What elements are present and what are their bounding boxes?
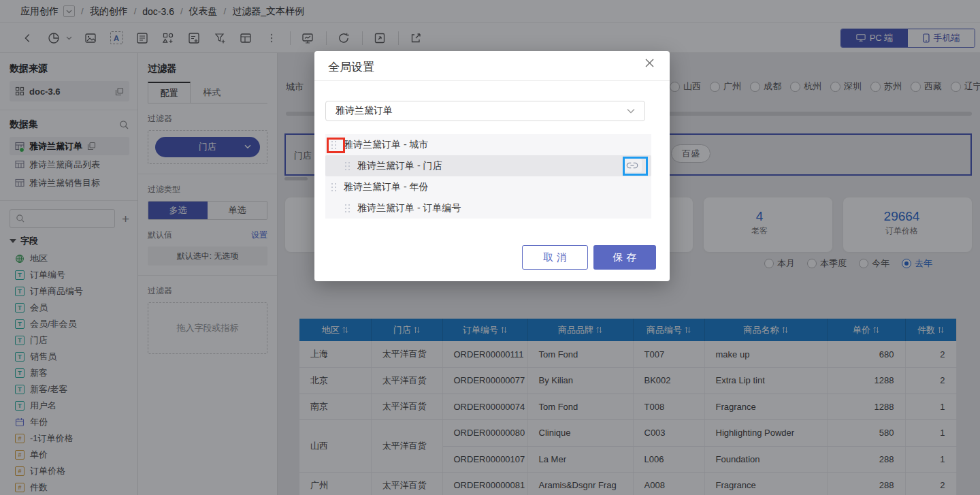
drag-handle-icon[interactable] [345,162,350,170]
annotation-red-box [327,138,345,153]
annotation-blue-box [623,157,648,176]
drag-handle-icon[interactable] [345,204,350,212]
global-settings-modal: 全局设置 雅诗兰黛订单 雅诗兰黛订单 - 城市 雅诗兰黛订单 - 门店 [314,51,670,281]
modal-title: 全局设置 [328,59,374,75]
close-icon [644,58,655,68]
app-window: 应用创作 / 我的创作 / doc-3.6 / 仪表盘 / 过滤器_文本样例 A [0,0,980,495]
close-button[interactable] [644,58,655,70]
save-button[interactable]: 保存 [593,245,656,270]
dataset-select[interactable]: 雅诗兰黛订单 [325,101,645,121]
drag-handle-icon[interactable] [331,183,337,191]
link-item-year[interactable]: 雅诗兰黛订单 - 年份 [325,176,651,197]
link-item-city[interactable]: 雅诗兰黛订单 - 城市 [325,134,651,155]
link-item-store[interactable]: 雅诗兰黛订单 - 门店 [325,155,651,176]
chevron-down-icon [627,108,635,114]
cancel-button[interactable]: 取消 [522,245,588,270]
filter-link-list: 雅诗兰黛订单 - 城市 雅诗兰黛订单 - 门店 雅诗兰黛订单 - 年份 雅诗兰黛… [325,134,651,219]
link-item-orderno[interactable]: 雅诗兰黛订单 - 订单编号 [325,197,651,219]
